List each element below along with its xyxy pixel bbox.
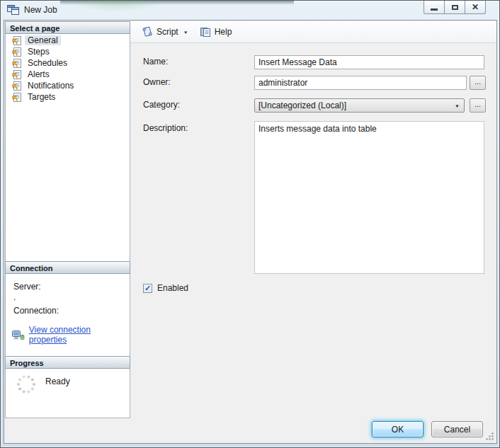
help-button[interactable]: Help: [194, 23, 238, 41]
script-button[interactable]: Script ▼: [136, 23, 194, 41]
sidebar-item-label: Targets: [25, 92, 58, 102]
sidebar-item-label: Alerts: [25, 69, 52, 79]
script-icon: [142, 26, 153, 38]
maximize-icon: [452, 5, 458, 10]
progress-header: Progress: [5, 356, 130, 369]
sidebar-item-general[interactable]: General: [6, 35, 130, 46]
minimize-icon: [431, 8, 438, 11]
checkmark-icon: ✓: [144, 284, 151, 292]
page-icon: [11, 93, 23, 102]
close-icon: ✕: [472, 2, 479, 12]
titlebar-glass-tint: [66, 1, 165, 12]
connection-header: Connection: [5, 261, 130, 274]
link-label: View connection properties: [29, 325, 130, 345]
progress-panel: Ready: [5, 369, 130, 418]
enabled-checkbox-row: ✓ Enabled: [143, 283, 188, 293]
resize-grip[interactable]: [485, 432, 494, 441]
page-list: General Steps: [5, 34, 130, 261]
select-a-page-header: Select a page: [5, 21, 130, 34]
page-icon: [11, 70, 23, 79]
category-dropdown[interactable]: [Uncategorized (Local)] ▼: [254, 98, 465, 113]
sidebar-item-schedules[interactable]: Schedules: [6, 57, 130, 69]
title-bar[interactable]: New Job ✕: [1, 1, 499, 20]
close-button[interactable]: ✕: [465, 1, 486, 14]
sidebar-item-notifications[interactable]: Notifications: [6, 80, 130, 91]
connection-panel: Server: . Connection: View connection pr…: [5, 274, 130, 356]
sidebar-item-label: Steps: [25, 47, 52, 57]
window-controls: ✕: [424, 1, 486, 14]
page-icon: [11, 81, 23, 91]
sidebar-item-alerts[interactable]: Alerts: [6, 69, 130, 80]
progress-spinner-icon: [15, 373, 38, 396]
server-value: .: [13, 292, 16, 302]
page-icon: [11, 47, 23, 57]
sidebar-item-label: General: [25, 35, 61, 45]
server-label: Server:: [13, 282, 41, 292]
window-title: New Job: [24, 5, 57, 15]
owner-browse-button[interactable]: ...: [470, 76, 486, 90]
sidebar-item-targets[interactable]: Targets: [6, 91, 130, 103]
sidebar-item-label: Schedules: [25, 58, 70, 68]
progress-status: Ready: [45, 377, 70, 386]
connection-properties-icon: [12, 330, 25, 340]
enabled-label: Enabled: [157, 283, 188, 293]
cancel-button[interactable]: Cancel: [431, 421, 483, 437]
sidebar-item-label: Notifications: [25, 81, 76, 91]
connection-label: Connection:: [13, 306, 59, 316]
owner-label: Owner:: [143, 77, 171, 87]
category-browse-button[interactable]: ...: [470, 98, 486, 113]
name-input[interactable]: [254, 55, 484, 69]
script-button-label: Script: [157, 27, 178, 37]
view-connection-properties-link[interactable]: View connection properties: [12, 325, 130, 345]
category-label: Category:: [143, 100, 180, 110]
category-selected-value: [Uncategorized (Local)]: [258, 100, 346, 110]
script-dropdown-caret-icon: ▼: [183, 30, 188, 34]
sidebar-item-steps[interactable]: Steps: [6, 46, 130, 57]
dialog-body: Select a page General: [4, 20, 497, 444]
name-label: Name:: [143, 57, 168, 67]
description-textarea[interactable]: Inserts message data into table: [254, 121, 484, 274]
page-icon: [11, 36, 23, 45]
chevron-down-icon: ▼: [455, 103, 460, 108]
new-job-icon: [7, 5, 19, 15]
new-job-dialog: New Job ✕ Select a page: [0, 0, 500, 448]
help-icon: [200, 27, 211, 38]
dialog-toolbar: Script ▼ Help: [130, 21, 496, 43]
help-button-label: Help: [215, 27, 232, 37]
owner-input[interactable]: [254, 76, 467, 90]
enabled-checkbox[interactable]: ✓: [143, 284, 152, 293]
ok-button[interactable]: OK: [372, 421, 424, 437]
maximize-button[interactable]: [444, 1, 465, 14]
minimize-button[interactable]: [424, 1, 445, 14]
description-label: Description:: [143, 123, 188, 133]
page-icon: [11, 59, 23, 68]
